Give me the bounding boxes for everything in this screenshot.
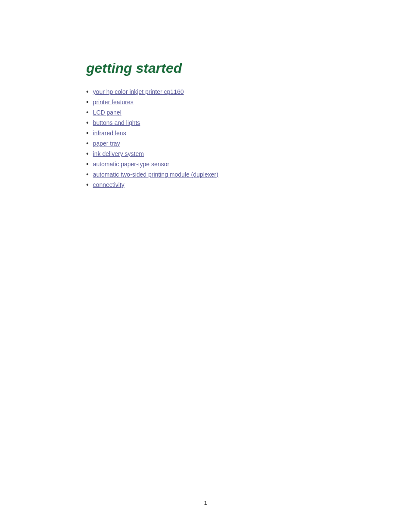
bullet-point: • [86,109,89,116]
link-auto-paper-sensor[interactable]: automatic paper-type sensor [93,161,169,168]
bullet-point: • [86,140,89,147]
link-printer-features[interactable]: printer features [93,99,134,106]
toc-list-item: •automatic two-sided printing module (du… [86,171,325,178]
toc-list-item: •your hp color inkjet printer cp1160 [86,88,325,95]
bullet-point: • [86,119,89,126]
bullet-point: • [86,130,89,137]
page-number: 1 [204,500,207,506]
link-infrared-lens[interactable]: infrared lens [93,130,126,137]
toc-list: •your hp color inkjet printer cp1160•pri… [86,88,325,188]
bullet-point: • [86,88,89,95]
link-connectivity[interactable]: connectivity [93,181,125,188]
toc-list-item: •connectivity [86,181,325,188]
link-paper-tray[interactable]: paper tray [93,140,120,147]
toc-list-item: •printer features [86,99,325,106]
toc-list-item: •buttons and lights [86,119,325,126]
toc-list-item: •automatic paper-type sensor [86,161,325,168]
bullet-point: • [86,150,89,157]
page-container: getting started •your hp color inkjet pr… [0,0,411,532]
link-hp-printer[interactable]: your hp color inkjet printer cp1160 [93,88,184,95]
link-buttons-lights[interactable]: buttons and lights [93,119,140,126]
bullet-point: • [86,99,89,106]
bullet-point: • [86,171,89,178]
page-title: getting started [86,60,325,76]
toc-list-item: •ink delivery system [86,150,325,157]
link-auto-two-sided[interactable]: automatic two-sided printing module (dup… [93,171,218,178]
bullet-point: • [86,181,89,188]
toc-list-item: •infrared lens [86,130,325,137]
bullet-point: • [86,161,89,168]
link-ink-delivery[interactable]: ink delivery system [93,150,144,157]
toc-list-item: •paper tray [86,140,325,147]
toc-list-item: •LCD panel [86,109,325,116]
link-lcd-panel[interactable]: LCD panel [93,109,121,116]
